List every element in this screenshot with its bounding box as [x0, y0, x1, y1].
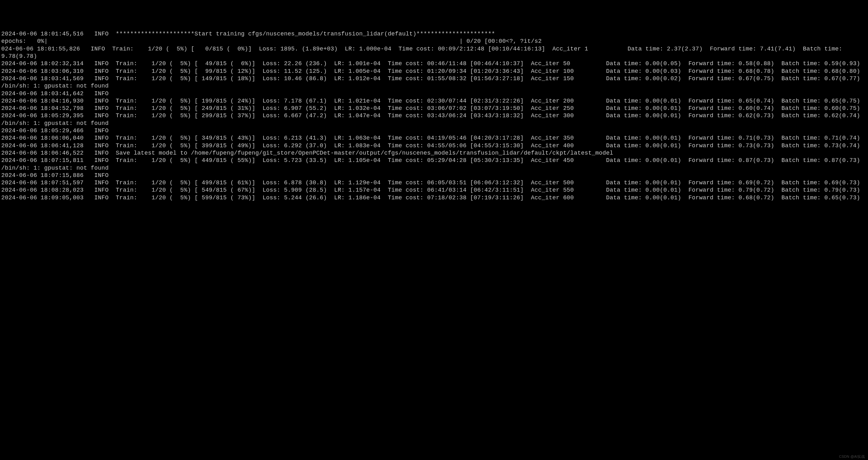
log-line: /bin/sh: 1: gpustat: not found	[1, 165, 867, 172]
log-line: 2024-06-06 18:01:45,516 INFO ***********…	[1, 30, 867, 38]
log-line: 2024-06-06 18:06:06,040 INFO Train: 1/20…	[1, 135, 867, 142]
log-line: epochs: 0%| | 0/20 [00:00<?, ?it/s2	[1, 38, 867, 45]
log-line: 2024-06-06 18:07:15,886 INFO	[1, 172, 867, 179]
log-line: /bin/sh: 1: gpustat: not found	[1, 82, 867, 90]
log-line: 2024-06-06 18:04:16,930 INFO Train: 1/20…	[1, 97, 867, 105]
log-line: /bin/sh: 1: gpustat: not found	[1, 120, 867, 127]
log-line: 2024-06-06 18:06:46,522 INFO Save latest…	[1, 149, 867, 157]
log-line: 2024-06-06 18:06:41,128 INFO Train: 1/20…	[1, 142, 867, 149]
terminal-output: 2024-06-06 18:01:45,516 INFO ***********…	[1, 30, 867, 202]
log-line: 2024-06-06 18:02:32,314 INFO Train: 1/20…	[1, 60, 867, 67]
log-line: 2024-06-06 18:07:51,597 INFO Train: 1/20…	[1, 179, 867, 186]
log-line: 2024-06-06 18:05:29,395 INFO Train: 1/20…	[1, 112, 867, 119]
log-line: 2024-06-06 18:04:52,798 INFO Train: 1/20…	[1, 105, 867, 112]
log-line: 2024-06-06 18:03:06,310 INFO Train: 1/20…	[1, 68, 867, 75]
log-line: 024-06-06 18:01:55,826 INFO Train: 1/20 …	[1, 46, 867, 60]
log-line: 2024-06-06 18:05:29,466 INFO	[1, 127, 867, 135]
log-line: 2024-06-06 18:08:28,023 INFO Train: 1/20…	[1, 186, 867, 194]
log-line: 2024-06-06 18:03:41,569 INFO Train: 1/20…	[1, 75, 867, 82]
log-line: 2024-06-06 18:03:41,642 INFO	[1, 90, 867, 97]
log-line: 2024-06-06 18:09:05,003 INFO Train: 1/20…	[1, 194, 867, 202]
log-line: 2024-06-06 18:07:15,811 INFO Train: 1/20…	[1, 157, 867, 164]
